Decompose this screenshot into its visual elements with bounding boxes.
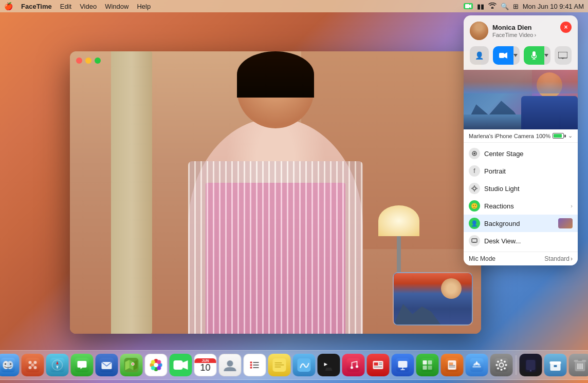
dock-safari[interactable]	[46, 354, 69, 376]
dock-pages[interactable]	[441, 354, 464, 376]
dock-mail[interactable]	[96, 354, 118, 376]
studio-light-item[interactable]: Studio Light	[464, 180, 578, 197]
mute-audio-button[interactable]: 👤	[470, 46, 489, 65]
keynote-icon	[396, 358, 410, 372]
fullscreen-button[interactable]	[95, 58, 101, 64]
close-panel-button[interactable]: ×	[560, 22, 572, 33]
dock-calendar[interactable]: JUN 10	[194, 354, 217, 376]
svg-marker-8	[544, 54, 548, 57]
svg-point-48	[151, 366, 155, 370]
minimize-button[interactable]	[85, 58, 91, 64]
close-button[interactable]	[76, 58, 82, 64]
svg-point-54	[250, 361, 252, 363]
svg-point-53	[227, 360, 233, 367]
dock-contacts[interactable]	[219, 354, 242, 376]
svg-point-46	[151, 360, 155, 364]
chevron-down-icon	[544, 54, 548, 57]
svg-point-98	[504, 368, 506, 370]
screen-share-button[interactable]	[555, 46, 572, 65]
dock-divider	[516, 355, 517, 375]
reactions-icon: 🙂	[469, 200, 480, 212]
svg-point-95	[496, 364, 498, 366]
mic-toggle-button[interactable]	[524, 46, 544, 65]
dock-news[interactable]	[367, 354, 390, 376]
video-toggle-button[interactable]	[493, 46, 513, 65]
background-item[interactable]: 👤 Background	[464, 215, 578, 232]
reactions-chevron-icon: ›	[571, 203, 573, 209]
dock-photos[interactable]	[145, 354, 168, 376]
dock-finder[interactable]	[0, 354, 20, 376]
camera-chevron-icon[interactable]: ⌄	[568, 132, 573, 139]
svg-rect-9	[558, 52, 567, 58]
battery-percentage: 100%	[536, 133, 550, 139]
svg-rect-61	[275, 362, 282, 363]
dock-appletv[interactable]: ▶	[318, 354, 340, 376]
control-center-icon[interactable]: ⊞	[513, 3, 519, 10]
mic-icon	[531, 51, 537, 60]
preview-lake	[464, 114, 526, 129]
svg-point-14	[473, 187, 476, 190]
dock-appstore[interactable]	[466, 354, 488, 376]
svg-point-49	[157, 366, 161, 370]
dock-notes[interactable]	[268, 354, 291, 376]
dock-keynote[interactable]	[392, 354, 414, 376]
svg-point-99	[504, 361, 506, 363]
search-icon[interactable]: 🔍	[501, 3, 509, 10]
dock-archive[interactable]	[544, 354, 567, 376]
menu-help[interactable]: Help	[137, 3, 151, 10]
self-view	[393, 272, 473, 325]
dock-music[interactable]	[342, 354, 365, 376]
screen-share-icon	[558, 52, 567, 59]
svg-point-96	[505, 364, 507, 366]
svg-rect-67	[347, 358, 360, 372]
menu-edit[interactable]: Edit	[60, 3, 71, 10]
svg-point-100	[497, 368, 499, 370]
reactions-item[interactable]: 🙂 Reactions ›	[464, 197, 578, 215]
preview-sky	[464, 70, 578, 93]
dock-messages[interactable]	[71, 354, 94, 376]
svg-rect-5	[532, 51, 536, 56]
dock-freeform[interactable]	[293, 354, 316, 376]
dock-trash[interactable]	[569, 354, 589, 376]
dock-facetime[interactable]	[170, 354, 192, 376]
center-stage-label: Center Stage	[484, 150, 573, 158]
self-view-background	[394, 273, 472, 324]
app-name[interactable]: FaceTime	[21, 3, 52, 10]
svg-point-56	[250, 364, 252, 366]
svg-rect-80	[423, 360, 427, 365]
facetime-icon	[174, 360, 188, 370]
center-stage-item[interactable]: Center Stage	[464, 145, 578, 162]
control-panel: Monica Dien FaceTime Video › × 👤	[464, 15, 578, 265]
pages-icon	[446, 358, 459, 372]
svg-rect-81	[428, 360, 432, 365]
dock-launchpad[interactable]	[22, 354, 44, 376]
calendar-date: 10	[200, 363, 210, 372]
svg-point-47	[157, 360, 161, 364]
svg-rect-87	[449, 367, 455, 368]
dock-iphone-mirroring[interactable]	[520, 354, 542, 376]
mic-mode-label: Mic Mode	[469, 255, 495, 262]
svg-point-50	[154, 363, 158, 367]
safari-icon	[50, 358, 65, 372]
portrait-item[interactable]: f Portrait	[464, 162, 578, 180]
svg-rect-88	[449, 365, 455, 366]
menu-window[interactable]: Window	[105, 3, 128, 10]
svg-marker-1	[469, 4, 471, 8]
mic-mode-value: Standard ›	[544, 255, 573, 262]
camera-preview	[464, 70, 578, 129]
desk-view-item[interactable]: Desk View...	[464, 232, 578, 250]
menu-bar-right: ▮▮ 🔍 ⊞ Mon Jun 10 9:41 AM	[464, 3, 584, 10]
menu-video[interactable]: Video	[80, 3, 97, 10]
dock-numbers[interactable]	[416, 354, 439, 376]
dock-maps[interactable]	[120, 354, 143, 376]
dock-system-settings[interactable]	[490, 354, 513, 376]
apple-menu[interactable]: 🍎	[4, 2, 13, 10]
svg-point-27	[29, 361, 32, 364]
appletv-icon: ▶	[322, 359, 336, 371]
dock-reminders[interactable]	[244, 354, 266, 376]
contact-subtitle[interactable]: FaceTime Video ›	[492, 32, 572, 38]
svg-point-97	[497, 361, 499, 363]
mic-mode-row[interactable]: Mic Mode Standard ›	[464, 252, 578, 265]
svg-point-31	[31, 363, 34, 367]
background-label: Background	[484, 220, 554, 227]
